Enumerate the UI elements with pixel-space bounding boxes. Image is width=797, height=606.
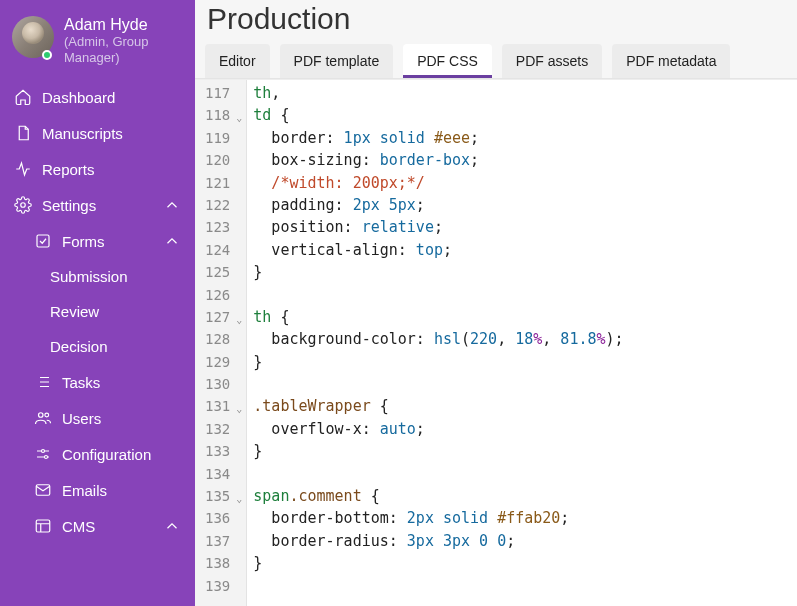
svg-point-2 [39, 413, 44, 418]
chevron-up-icon [163, 232, 181, 250]
nav-decision[interactable]: Decision [0, 329, 195, 364]
page-title: Production [195, 0, 797, 42]
nav-manuscripts[interactable]: Manuscripts [0, 115, 195, 151]
home-icon [14, 88, 32, 106]
tab-pdf-css[interactable]: PDF CSS [403, 44, 492, 78]
list-icon [34, 373, 52, 391]
user-name: Adam Hyde [64, 16, 183, 34]
svg-point-5 [45, 456, 48, 459]
nav-label: Tasks [62, 374, 100, 391]
nav-label: Review [50, 303, 99, 320]
presence-dot [42, 50, 52, 60]
tabs: Editor PDF template PDF CSS PDF assets P… [195, 42, 797, 79]
nav-settings[interactable]: Settings [0, 187, 195, 223]
nav-dashboard[interactable]: Dashboard [0, 79, 195, 115]
code-area[interactable]: th,td { border: 1px solid #eee; box-sizi… [247, 80, 629, 606]
svg-point-0 [21, 203, 26, 208]
svg-rect-7 [36, 520, 50, 532]
nav-label: Settings [42, 197, 96, 214]
sidebar: Adam Hyde (Admin, Group Manager) Dashboa… [0, 0, 195, 606]
nav-label: Emails [62, 482, 107, 499]
nav-label: Users [62, 410, 101, 427]
layout-icon [34, 517, 52, 535]
tab-pdf-assets[interactable]: PDF assets [502, 44, 602, 78]
nav-label: Submission [50, 268, 128, 285]
tab-editor[interactable]: Editor [205, 44, 270, 78]
nav-review[interactable]: Review [0, 294, 195, 329]
user-block: Adam Hyde (Admin, Group Manager) [0, 10, 195, 79]
mail-icon [34, 481, 52, 499]
svg-point-4 [42, 450, 45, 453]
nav-label: Decision [50, 338, 108, 355]
nav-label: Configuration [62, 446, 151, 463]
code-editor[interactable]: 117118⌄119120121122123124125126127⌄12812… [195, 79, 797, 606]
users-icon [34, 409, 52, 427]
nav-reports[interactable]: Reports [0, 151, 195, 187]
nav-forms[interactable]: Forms [0, 223, 195, 259]
main: Production Editor PDF template PDF CSS P… [195, 0, 797, 606]
tab-pdf-template[interactable]: PDF template [280, 44, 394, 78]
user-role: (Admin, Group Manager) [64, 34, 183, 65]
nav: Dashboard Manuscripts Reports Settings F… [0, 79, 195, 544]
check-square-icon [34, 232, 52, 250]
sliders-icon [34, 445, 52, 463]
line-number-gutter: 117118⌄119120121122123124125126127⌄12812… [195, 80, 247, 606]
tab-pdf-metadata[interactable]: PDF metadata [612, 44, 730, 78]
nav-label: Forms [62, 233, 105, 250]
document-icon [14, 124, 32, 142]
nav-label: Dashboard [42, 89, 115, 106]
chevron-up-icon [163, 517, 181, 535]
nav-configuration[interactable]: Configuration [0, 436, 195, 472]
svg-point-3 [45, 413, 49, 417]
svg-rect-6 [36, 485, 50, 496]
svg-rect-1 [37, 235, 49, 247]
activity-icon [14, 160, 32, 178]
chevron-up-icon [163, 196, 181, 214]
nav-tasks[interactable]: Tasks [0, 364, 195, 400]
nav-label: Manuscripts [42, 125, 123, 142]
nav-label: CMS [62, 518, 95, 535]
nav-label: Reports [42, 161, 95, 178]
nav-cms[interactable]: CMS [0, 508, 195, 544]
nav-emails[interactable]: Emails [0, 472, 195, 508]
gear-icon [14, 196, 32, 214]
nav-submission[interactable]: Submission [0, 259, 195, 294]
nav-users[interactable]: Users [0, 400, 195, 436]
